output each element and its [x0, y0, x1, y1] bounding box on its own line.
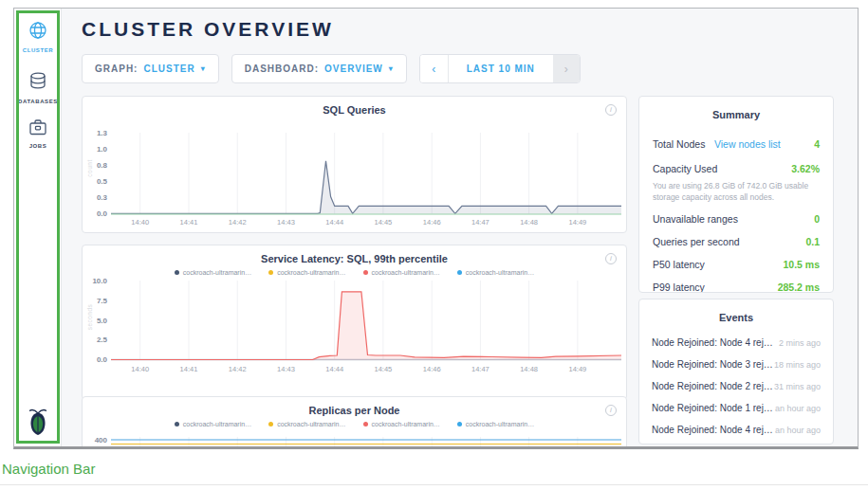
- sql-queries-plot[interactable]: [111, 125, 621, 220]
- legend-item[interactable]: cockroach-ultramarin…: [457, 269, 534, 276]
- x-tick-label: 14:43: [270, 365, 303, 373]
- chart-legend: cockroach-ultramarin…cockroach-ultramari…: [83, 269, 626, 276]
- cockroachdb-logo[interactable]: [14, 407, 62, 441]
- summary-row-label: P50 latency: [653, 259, 705, 270]
- time-next-button[interactable]: ›: [553, 55, 580, 82]
- chevron-down-icon: ▾: [389, 64, 394, 73]
- info-icon[interactable]: [605, 104, 617, 116]
- event-row[interactable]: Node Rejoined: Node 2 rej…31 mins ago: [639, 375, 833, 397]
- x-tick-label: 14:41: [173, 218, 205, 227]
- graph-dropdown[interactable]: GRAPH: CLUSTER ▾: [82, 54, 219, 83]
- dashboard-dropdown-label: DASHBOARD:: [245, 64, 319, 74]
- event-text: Node Rejoined: Node 1 rej…: [652, 403, 773, 413]
- x-tick-label: 14:44: [319, 365, 351, 373]
- chevron-down-icon: ▾: [201, 64, 206, 73]
- x-tick-label: 14:43: [270, 218, 303, 227]
- sidebar-item-databases[interactable]: DATABASES: [14, 71, 62, 104]
- x-tick-label: 14:44: [319, 218, 351, 227]
- page-title: CLUSTER OVERVIEW: [82, 18, 334, 41]
- time-prev-button[interactable]: ‹: [420, 55, 449, 82]
- y-axis-unit-label: seconds: [86, 294, 93, 341]
- event-time: an hour ago: [775, 426, 821, 435]
- legend-label: cockroach-ultramarin…: [277, 421, 345, 427]
- summary-row: P50 latency10.5 ms: [639, 253, 833, 276]
- summary-row-total-nodes: Total Nodes View nodes list 4: [639, 129, 833, 157]
- x-tick-label: 14:41: [173, 365, 205, 373]
- y-tick-label: 10.0: [92, 277, 107, 285]
- event-text: Node Rejoined: Node 2 rej…: [652, 381, 773, 391]
- legend-item[interactable]: cockroach-ultramarin…: [457, 421, 534, 427]
- legend-label: cockroach-ultramarin…: [183, 269, 251, 276]
- summary-row: Unavailable ranges0: [639, 208, 833, 230]
- event-row[interactable]: Node Rejoined: Node 4 rej…2 mins ago: [639, 332, 833, 354]
- x-axis: 14:4014:4114:4214:4314:4414:4514:4614:47…: [111, 218, 621, 227]
- events-title: Events: [639, 299, 833, 332]
- event-time: an hour ago: [775, 404, 821, 413]
- time-window-selector: ‹ LAST 10 MIN ›: [419, 54, 581, 83]
- x-tick-label: 14:45: [367, 365, 399, 373]
- time-range-label[interactable]: LAST 10 MIN: [449, 55, 553, 82]
- x-tick-label: 14:49: [562, 365, 594, 373]
- legend-label: cockroach-ultramarin…: [277, 269, 345, 276]
- sidebar-item-label: DATABASES: [14, 99, 62, 104]
- event-time: 18 mins ago: [774, 360, 821, 370]
- briefcase-icon: [28, 118, 47, 136]
- y-tick-label: 1.3: [97, 129, 107, 137]
- sidebar-item-cluster[interactable]: CLUSTER: [14, 20, 62, 53]
- x-tick-label: 14:48: [513, 365, 545, 373]
- summary-row: P99 latency285.2 ms: [639, 276, 833, 293]
- y-tick-label: 7.5: [97, 297, 107, 305]
- y-axis: 400: [83, 436, 107, 445]
- info-icon[interactable]: [605, 405, 617, 416]
- event-row[interactable]: Node Rejoined: Node 3 rej…18 mins ago: [639, 354, 833, 375]
- event-row[interactable]: Node Rejoined: Node 1 rej…an hour ago: [639, 397, 833, 419]
- legend-item[interactable]: cockroach-ultramarin…: [268, 269, 345, 276]
- dashboard-dropdown[interactable]: DASHBOARD: OVERVIEW ▾: [231, 54, 407, 83]
- event-text: Node Rejoined: Node 4 rej…: [652, 425, 773, 435]
- legend-label: cockroach-ultramarin…: [372, 421, 440, 427]
- event-row[interactable]: Node Rejoined: Node 4 rej…an hour ago: [639, 419, 833, 441]
- legend-dot: [363, 422, 368, 426]
- legend-dot: [268, 422, 273, 426]
- x-tick-label: 14:48: [513, 218, 545, 227]
- legend-item[interactable]: cockroach-ultramarin…: [363, 269, 440, 276]
- legend-label: cockroach-ultramarin…: [372, 269, 440, 276]
- total-nodes-value: 4: [814, 138, 820, 150]
- sidebar-item-jobs[interactable]: JOBS: [14, 118, 62, 149]
- service-latency-plot[interactable]: [111, 277, 621, 368]
- legend-label: cockroach-ultramarin…: [183, 421, 251, 427]
- legend-dot: [175, 270, 179, 275]
- summary-panel: Summary Total Nodes View nodes list 4 Ca…: [638, 96, 834, 293]
- total-nodes-label: Total Nodes: [653, 138, 705, 150]
- summary-row-label: P99 latency: [653, 281, 705, 293]
- replicas-per-node-chart-card: Replicas per Node cockroach-ultramarin…c…: [82, 396, 627, 449]
- capacity-used-note: You are using 26.8 GiB of 742.0 GiB usab…: [639, 180, 833, 208]
- legend-dot: [457, 422, 462, 426]
- legend-dot: [363, 270, 368, 275]
- summary-title: Summary: [639, 97, 833, 129]
- legend-item[interactable]: cockroach-ultramarin…: [363, 421, 440, 427]
- replicas-per-node-plot[interactable]: [111, 437, 621, 449]
- legend-item[interactable]: cockroach-ultramarin…: [175, 269, 251, 276]
- events-list: Node Rejoined: Node 4 rej…2 mins agoNode…: [639, 332, 833, 441]
- y-tick-label: 0.0: [97, 355, 107, 364]
- legend-item[interactable]: cockroach-ultramarin…: [175, 421, 251, 427]
- annotation-caption: Navigation Bar: [2, 461, 95, 477]
- x-tick-label: 14:47: [464, 365, 496, 373]
- info-icon[interactable]: [605, 253, 617, 264]
- x-tick-label: 14:42: [221, 218, 253, 227]
- toolbar: GRAPH: CLUSTER ▾ DASHBOARD: OVERVIEW ▾ ‹…: [82, 54, 581, 83]
- chart-title: SQL Queries: [120, 104, 588, 116]
- summary-row-capacity: Capacity Used 3.62%: [639, 157, 833, 180]
- legend-dot: [268, 270, 273, 275]
- chart-title: Service Latency: SQL, 99th percentile: [120, 253, 588, 264]
- chart-legend: cockroach-ultramarin…cockroach-ultramari…: [83, 421, 626, 427]
- capacity-used-value: 3.62%: [791, 163, 820, 174]
- summary-row-label: Queries per second: [653, 236, 740, 247]
- dashboard-dropdown-value: OVERVIEW: [324, 64, 383, 74]
- summary-row: Queries per second0.1: [639, 230, 833, 253]
- view-nodes-list-link[interactable]: View nodes list: [714, 138, 781, 150]
- summary-row-value: 285.2 ms: [778, 281, 820, 293]
- y-tick-label: 1.0: [97, 145, 107, 154]
- legend-item[interactable]: cockroach-ultramarin…: [268, 421, 345, 427]
